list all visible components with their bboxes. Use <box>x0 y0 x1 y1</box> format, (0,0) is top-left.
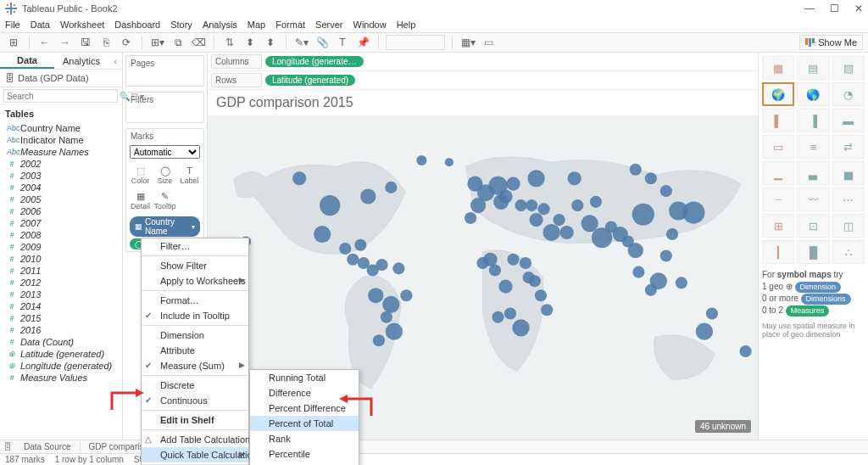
columns-shelf[interactable]: Columns Longitude (generate… <box>208 53 758 71</box>
map-mark[interactable] <box>386 323 403 340</box>
ctx-quick-table-calculation[interactable]: Quick Table Calculation▶ <box>142 447 248 462</box>
rows-pill[interactable]: Latitude (generated) <box>265 75 355 86</box>
data-source-tab[interactable]: Data Source <box>15 441 81 452</box>
showme-chart-type-20[interactable]: ◫ <box>832 214 865 238</box>
showme-chart-type-22[interactable]: █ <box>797 240 829 264</box>
window-maximize-button[interactable]: ☐ <box>830 3 839 14</box>
ctx-attribute[interactable]: Attribute <box>142 343 248 358</box>
field-longitude-generated-[interactable]: ⊕Longitude (generated) <box>0 360 122 372</box>
unknown-values-badge[interactable]: 46 unknown <box>695 420 751 433</box>
data-tab[interactable]: Data <box>0 53 54 69</box>
map-mark[interactable] <box>476 257 488 269</box>
field-2016[interactable]: #2016 <box>0 324 122 336</box>
map-mark[interactable] <box>381 311 392 323</box>
showme-chart-type-1[interactable]: ▤ <box>797 56 829 80</box>
map-mark[interactable] <box>339 243 351 255</box>
ctx-format-[interactable]: Format… <box>142 293 248 308</box>
showme-chart-type-13[interactable]: ▃ <box>797 161 829 185</box>
collapse-pane-icon[interactable]: ‹ <box>108 53 122 69</box>
menu-data[interactable]: Data <box>31 20 50 30</box>
field-2012[interactable]: #2012 <box>0 277 122 289</box>
field-2004[interactable]: #2004 <box>0 182 122 193</box>
menu-map[interactable]: Map <box>248 20 265 30</box>
mark-size-button[interactable]: ◯Size <box>153 163 176 187</box>
ctx-edit-in-shelf[interactable]: Edit in Shelf <box>142 412 248 428</box>
field-2007[interactable]: #2007 <box>0 217 122 229</box>
swap-button[interactable]: ⇅ <box>221 35 238 50</box>
map-mark[interactable] <box>314 226 331 243</box>
map-mark[interactable] <box>526 199 537 211</box>
duplicate-button[interactable]: ⧉ <box>170 35 186 50</box>
map-mark[interactable] <box>470 198 486 213</box>
menu-story[interactable]: Story <box>170 20 192 30</box>
map-mark[interactable] <box>605 221 617 233</box>
map-mark[interactable] <box>529 213 542 227</box>
pin-button[interactable]: 📌 <box>354 35 371 50</box>
window-close-button[interactable]: ✕ <box>854 3 863 14</box>
showme-chart-type-19[interactable]: ⊡ <box>797 214 829 238</box>
vis-title[interactable]: GDP comparison 2015 <box>208 90 758 115</box>
map-mark[interactable] <box>506 177 520 191</box>
showme-chart-type-21[interactable]: ┃ <box>762 240 794 264</box>
field-2015[interactable]: #2015 <box>0 312 122 324</box>
map-mark[interactable] <box>571 199 583 211</box>
map-mark[interactable] <box>554 214 565 226</box>
showme-chart-type-7[interactable]: ▐ <box>797 109 829 132</box>
ctx-discrete[interactable]: Discrete <box>142 378 248 393</box>
ctx-include-in-tooltip[interactable]: ✔Include in Tooltip <box>142 308 248 323</box>
map-mark[interactable] <box>538 203 550 215</box>
window-minimize-button[interactable]: — <box>804 3 815 14</box>
field-search-input[interactable] <box>3 89 118 103</box>
forward-button[interactable]: → <box>57 35 74 50</box>
showme-chart-type-2[interactable]: ▧ <box>832 56 865 80</box>
datasource-tab-icon[interactable]: 🗄 <box>0 442 15 451</box>
map-mark[interactable] <box>590 196 602 208</box>
new-worksheet-button[interactable]: ⊞▾ <box>149 35 166 50</box>
map-mark[interactable] <box>696 323 713 340</box>
showme-chart-type-0[interactable]: ▦ <box>762 56 794 80</box>
field-2002[interactable]: #2002 <box>0 158 122 170</box>
showme-chart-type-8[interactable]: ▬ <box>832 109 865 132</box>
map-mark[interactable] <box>581 215 598 232</box>
field-country-name[interactable]: AbcCountry Name <box>0 122 122 134</box>
highlight-button[interactable]: ✎▾ <box>293 35 310 50</box>
filters-shelf[interactable]: Filters <box>125 92 204 123</box>
map-mark[interactable] <box>666 228 678 240</box>
map-mark[interactable] <box>376 259 387 271</box>
menu-help[interactable]: Help <box>397 20 416 30</box>
presentation-button[interactable]: ▭ <box>480 35 497 50</box>
map-mark[interactable] <box>542 224 559 241</box>
map-mark[interactable] <box>498 280 512 294</box>
showme-chart-type-10[interactable]: ≡ <box>797 135 829 159</box>
pages-shelf[interactable]: Pages <box>125 55 204 87</box>
menu-format[interactable]: Format <box>275 20 305 30</box>
group-button[interactable]: 📎 <box>314 35 331 50</box>
field-2008[interactable]: #2008 <box>0 229 122 241</box>
showme-chart-type-17[interactable]: ⋯ <box>832 188 865 211</box>
field-2011[interactable]: #2011 <box>0 265 122 277</box>
labels-button[interactable]: T <box>334 35 351 50</box>
menu-file[interactable]: File <box>5 20 20 30</box>
showme-chart-type-14[interactable]: ▅ <box>832 161 865 185</box>
menu-window[interactable]: Window <box>353 20 387 30</box>
rows-shelf[interactable]: Rows Latitude (generated) <box>208 71 758 90</box>
map-mark[interactable] <box>541 304 553 316</box>
field-latitude-generated-[interactable]: ⊕Latitude (generated) <box>0 348 122 360</box>
map-mark[interactable] <box>465 212 476 224</box>
refresh-button[interactable]: ⟳ <box>118 35 135 50</box>
map-mark[interactable] <box>347 254 359 266</box>
map-mark[interactable] <box>373 334 385 346</box>
mark-tooltip-button[interactable]: ✎Tooltip <box>153 188 176 212</box>
map-mark[interactable] <box>660 249 672 261</box>
show-me-toggle[interactable]: Show Me <box>799 35 863 50</box>
mark-detail-button[interactable]: ▦Detail <box>129 188 152 212</box>
field-2010[interactable]: #2010 <box>0 253 122 265</box>
map-mark[interactable] <box>489 264 501 276</box>
map-mark[interactable] <box>632 204 654 226</box>
qtc-percent-difference[interactable]: Percent Difference <box>250 401 359 416</box>
map-mark[interactable] <box>504 307 516 319</box>
menu-server[interactable]: Server <box>315 20 342 30</box>
marks-pill-country-name[interactable]: ▦Country Name▾ <box>130 216 200 237</box>
fit-dropdown[interactable] <box>386 35 445 50</box>
map-mark[interactable] <box>632 266 644 278</box>
